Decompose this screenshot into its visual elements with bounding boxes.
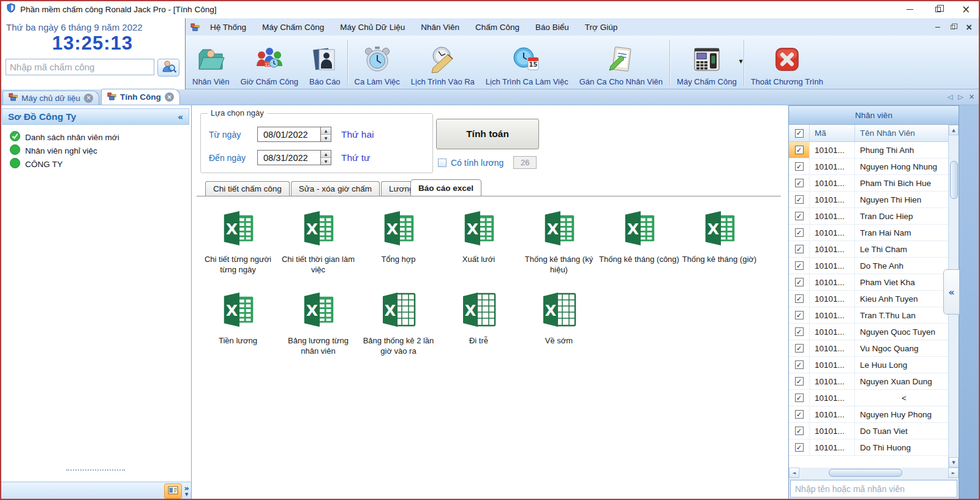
employee-checkbox[interactable]: ✓ (795, 278, 804, 286)
employee-checkbox-cell[interactable]: ✓ (789, 439, 810, 455)
employee-name-cell[interactable]: Phung Thi Anh (855, 146, 948, 155)
employee-row-5[interactable]: ✓10101...Tran Hai Nam (789, 225, 948, 241)
employee-name-cell[interactable]: Kieu Anh Tuyen (855, 294, 948, 304)
select-all-checkbox[interactable]: ✓ (795, 129, 804, 138)
report-tab-2[interactable]: Lương (381, 181, 414, 196)
mdi-close-button[interactable]: × (965, 23, 973, 31)
employee-checkbox[interactable]: ✓ (795, 294, 804, 303)
employee-row-12[interactable]: ✓10101...Vu Ngoc Quang (789, 340, 948, 357)
tab-close-icon[interactable]: × (84, 94, 93, 103)
minimize-button[interactable] (895, 0, 924, 18)
excel-report-item-0-1[interactable]: XChi tiết thời gian làm việc (278, 209, 358, 275)
document-tab-0[interactable]: Máy chủ dữ liệu× (2, 91, 99, 105)
menu-item-0[interactable]: Hệ Thống (202, 23, 254, 32)
tree-item-1[interactable]: Nhân viên nghỉ việc (10, 144, 191, 157)
menu-item-3[interactable]: Nhân Viên (413, 23, 467, 32)
employee-name-cell[interactable]: Tran Duc Hiep (855, 212, 948, 221)
employee-code-cell[interactable]: 10101... (810, 423, 855, 439)
excel-report-item-1-1[interactable]: XBảng lương từng nhân viên (278, 290, 358, 357)
employee-code-cell[interactable]: 10101... (810, 175, 855, 191)
more-buttons-control[interactable]: » ▼ (184, 485, 189, 498)
employee-checkbox-cell[interactable]: ✓ (789, 340, 810, 356)
toolbar-button-0[interactable]: Nhân Viên (187, 37, 235, 89)
employee-code-cell[interactable]: 10101... (810, 373, 855, 389)
employee-row-15[interactable]: ✓10101...< (789, 390, 948, 406)
menu-item-4[interactable]: Chấm Công (467, 23, 527, 32)
employee-checkbox-cell[interactable]: ✓ (789, 175, 810, 191)
employee-code-cell[interactable]: 10101... (810, 142, 855, 158)
employee-checkbox-cell[interactable]: ✓ (789, 373, 810, 389)
employee-checkbox-cell[interactable]: ✓ (789, 406, 810, 422)
to-date-input[interactable]: 08/31/2022 ▲ ▼ (257, 150, 331, 165)
menu-item-1[interactable]: Máy Chấm Công (254, 23, 332, 32)
employee-checkbox[interactable]: ✓ (795, 327, 804, 336)
salary-checkbox[interactable] (438, 159, 447, 167)
vertical-scroll-thumb[interactable] (950, 161, 958, 199)
employee-checkbox-cell[interactable]: ✓ (789, 274, 810, 290)
excel-report-item-0-0[interactable]: XChi tiết từng người từng ngày (198, 209, 278, 275)
attendance-code-input[interactable] (6, 59, 154, 75)
employee-row-0[interactable]: ✓10101...Phung Thi Anh (789, 142, 948, 159)
excel-report-item-0-3[interactable]: XXuất lưới (439, 209, 519, 275)
employee-checkbox-cell[interactable]: ✓ (789, 192, 810, 207)
employee-checkbox[interactable]: ✓ (795, 195, 804, 204)
employee-code-cell[interactable]: 10101... (810, 324, 855, 340)
mdi-minimize-button[interactable] (935, 27, 940, 28)
employee-name-cell[interactable]: Tran T.Thu Lan (855, 311, 948, 320)
employee-row-3[interactable]: ✓10101...Nguyen Thi Hien (789, 192, 948, 208)
employee-code-cell[interactable]: 10101... (810, 406, 855, 422)
employee-row-16[interactable]: ✓10101...Nguyen Huy Phong (789, 406, 948, 423)
employee-name-cell[interactable]: Nguyen Xuan Dung (855, 377, 948, 386)
employee-row-11[interactable]: ✓10101...Nguyen Quoc Tuyen (789, 324, 948, 340)
scroll-down-icon[interactable]: ▼ (949, 457, 959, 468)
employee-checkbox[interactable]: ✓ (795, 228, 804, 237)
employee-checkbox[interactable]: ✓ (795, 394, 804, 402)
employee-search-input[interactable] (790, 480, 957, 498)
excel-report-item-0-5[interactable]: XThống kê tháng (công) (599, 209, 679, 275)
tab-scroll-left-icon[interactable]: ◁ (948, 93, 952, 101)
employee-code-cell[interactable]: 10101... (810, 192, 855, 207)
employee-code-cell[interactable]: 10101... (810, 208, 855, 224)
employee-name-cell[interactable]: Pham Thi Bich Hue (855, 179, 948, 188)
employee-checkbox-cell[interactable]: ✓ (789, 208, 810, 224)
employee-checkbox[interactable]: ✓ (795, 311, 804, 319)
employee-checkbox[interactable]: ✓ (795, 427, 804, 435)
employee-row-1[interactable]: ✓10101...Nguyen Hong Nhung (789, 159, 948, 175)
employee-row-2[interactable]: ✓10101...Pham Thi Bich Hue (789, 175, 948, 192)
toolbar-button-1[interactable]: 12Giờ Chấm Công (235, 37, 304, 89)
employee-row-14[interactable]: ✓10101...Nguyen Xuan Dung (789, 373, 948, 390)
employee-checkbox-cell[interactable]: ✓ (789, 225, 810, 241)
employee-code-cell[interactable]: 10101... (810, 357, 855, 373)
employee-checkbox[interactable]: ✓ (795, 162, 804, 171)
employee-lookup-button[interactable] (157, 59, 179, 76)
employee-checkbox[interactable]: ✓ (795, 410, 804, 419)
horizontal-scroll-thumb[interactable] (829, 469, 902, 477)
employee-code-cell[interactable]: 10101... (810, 340, 855, 356)
from-date-input[interactable]: 08/01/2022 ▲ ▼ (257, 127, 331, 142)
spin-up-icon[interactable]: ▲ (321, 151, 331, 158)
scroll-up-icon[interactable]: ▲ (949, 125, 959, 135)
toolbar-button-7[interactable]: ▼Máy Chấm Công (671, 37, 742, 89)
menu-item-5[interactable]: Báo Biểu (527, 23, 577, 32)
employee-checkbox-cell[interactable]: ✓ (789, 258, 810, 274)
spin-down-icon[interactable]: ▼ (321, 158, 331, 165)
employee-row-18[interactable]: ✓10101...Do Thi Huong (789, 439, 948, 456)
employee-name-cell[interactable]: Le Thi Cham (855, 245, 948, 254)
employee-name-cell[interactable]: Nguyen Thi Hien (855, 195, 948, 204)
employee-name-cell[interactable]: Nguyen Hong Nhung (855, 162, 948, 171)
employee-row-17[interactable]: ✓10101...Do Tuan Viet (789, 423, 948, 439)
excel-report-item-1-4[interactable]: XVề sớm (519, 290, 599, 357)
employee-checkbox[interactable]: ✓ (795, 261, 804, 270)
employee-name-cell[interactable]: Do The Anh (855, 261, 948, 271)
employee-row-13[interactable]: ✓10101...Le Huu Long (789, 357, 948, 373)
select-all-cell[interactable]: ✓ (789, 125, 810, 141)
employee-row-10[interactable]: ✓10101...Tran T.Thu Lan (789, 307, 948, 324)
toolbar-button-3[interactable]: Ca Làm Việc (349, 37, 405, 89)
tree-item-2[interactable]: CÔNG TY (10, 157, 191, 171)
employee-code-cell[interactable]: 10101... (810, 159, 855, 174)
calculate-button[interactable]: Tính toán (436, 119, 539, 149)
toolbar-button-6[interactable]: Gán Ca Cho Nhân Viên (574, 37, 668, 89)
employee-name-cell[interactable]: Nguyen Huy Phong (855, 410, 948, 419)
employee-name-cell[interactable]: Le Huu Long (855, 360, 948, 370)
employee-name-cell[interactable]: Nguyen Quoc Tuyen (855, 327, 948, 337)
